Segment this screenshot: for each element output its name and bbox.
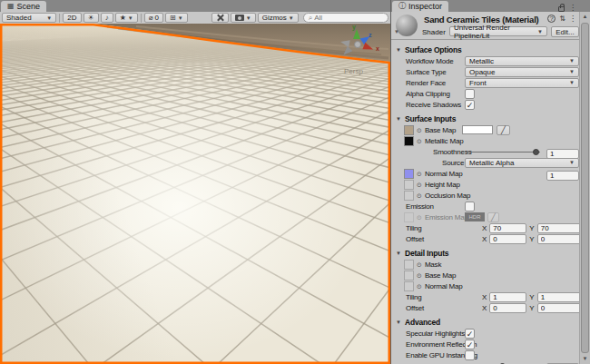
object-picker-icon[interactable]: ⊙ (417, 171, 422, 177)
material-header: Sand Ceramic Tiles (Material) ? ⇅ ⋮ ▼ Sh… (391, 12, 579, 40)
gizmo-x-axis[interactable] (362, 43, 374, 54)
detail-base-map-thumbnail[interactable] (404, 271, 414, 280)
render-face-value: Front (469, 79, 487, 87)
scene-search-field[interactable]: ⌕ (303, 13, 388, 23)
scroll-down-icon[interactable]: ▼ (580, 354, 590, 364)
height-map-thumbnail[interactable] (404, 180, 414, 190)
offset-label: Offset (406, 235, 424, 243)
grid-icon: ⊞ (170, 15, 176, 22)
source-value: Metallic Alpha (469, 159, 514, 167)
edit-shader-button[interactable]: Edit... (551, 26, 579, 37)
scene-effects-dropdown[interactable]: ★ ▼ (115, 13, 138, 23)
base-color-swatch[interactable] (462, 125, 493, 134)
grid-visibility-dropdown[interactable]: ⊞ ▼ (165, 13, 188, 23)
scene-viewport[interactable]: y z x Persp (0, 24, 390, 364)
shader-label: Shader (422, 28, 446, 36)
section-title: Surface Options (405, 45, 462, 54)
emission-checkbox[interactable] (465, 202, 475, 212)
normal-map-thumbnail[interactable] (404, 169, 414, 179)
offset-x-field[interactable] (489, 234, 526, 244)
scroll-up-icon[interactable]: ▲ (580, 12, 590, 22)
scrollbar-thumb[interactable] (581, 23, 589, 353)
gizmo-center-cube[interactable] (354, 41, 361, 48)
toolbar-separator (141, 14, 142, 23)
kebab-menu-icon[interactable]: ⋮ (569, 4, 576, 12)
object-picker-icon[interactable]: ⊙ (417, 261, 422, 268)
component-tools-button[interactable] (211, 13, 229, 23)
hidden-eye-icon: ⌀ (149, 15, 153, 22)
foldout-icon: ▼ (396, 47, 401, 53)
alpha-clipping-checkbox[interactable] (465, 89, 475, 99)
advanced-header[interactable]: ▼ Advanced (391, 317, 579, 328)
workflow-mode-dropdown[interactable]: Metallic ▼ (465, 56, 579, 66)
priority-row: Priority (391, 360, 579, 364)
surface-options-header[interactable]: ▼ Surface Options (391, 44, 579, 55)
alpha-clipping-label: Alpha Clipping (406, 90, 450, 98)
tab-inspector[interactable]: ⓘ Inspector (392, 1, 448, 12)
base-map-thumbnail[interactable] (404, 125, 414, 135)
scene-toolbar: Shaded ▼ 2D ☀ ♪ ★ ▼ ⌀ 0 ⊞ (0, 12, 390, 24)
tiling-x-field[interactable] (489, 223, 526, 233)
detail-normal-map-row: ⊙ Normal Map (391, 280, 579, 291)
section-surface-inputs: ▼ Surface Inputs ⊙ Base Map ╱ ⊙ Metallic… (391, 113, 579, 244)
scene-camera-dropdown[interactable]: ▼ (231, 13, 256, 23)
chevron-down-icon: ▼ (46, 15, 52, 21)
x-axis-label: X (482, 304, 487, 312)
toggle-2d-button[interactable]: 2D (63, 13, 81, 23)
priority-slider[interactable] (465, 361, 540, 364)
y-axis-label: Y (529, 235, 534, 243)
specular-highlights-checkbox[interactable]: ✓ (465, 329, 475, 339)
detail-base-map-row: ⊙ Base Map (391, 270, 579, 280)
detail-offset-x-field[interactable] (489, 303, 526, 313)
camera-projection-label[interactable]: Persp (344, 67, 363, 75)
environment-reflection-checkbox[interactable]: ✓ (465, 339, 475, 349)
surface-inputs-header[interactable]: ▼ Surface Inputs (391, 113, 579, 124)
scene-audio-toggle[interactable]: ♪ (101, 13, 113, 23)
eyedropper-icon[interactable]: ╱ (497, 125, 510, 135)
help-icon[interactable]: ? (547, 15, 556, 23)
gizmos-dropdown[interactable]: Gizmos ▼ (258, 13, 299, 23)
render-face-row: Render Face Front ▼ (391, 77, 579, 88)
scene-lighting-toggle[interactable]: ☀ (84, 13, 99, 23)
object-picker-icon[interactable]: ⊙ (417, 283, 422, 290)
preview-foldout-icon[interactable]: ▼ (394, 29, 399, 34)
occlusion-map-thumbnail[interactable] (404, 191, 414, 201)
object-picker-icon[interactable]: ⊙ (417, 138, 422, 144)
shader-dropdown[interactable]: Universal Render Pipeline/Lit ▼ (449, 26, 547, 36)
receive-shadows-checkbox[interactable]: ✓ (465, 100, 475, 110)
gizmo-y-axis[interactable] (353, 29, 360, 39)
alpha-clipping-row: Alpha Clipping (391, 88, 579, 99)
object-picker-icon[interactable]: ⊙ (417, 192, 422, 199)
base-map-row: ⊙ Base Map ╱ (391, 124, 579, 135)
search-input[interactable] (314, 14, 378, 22)
scene-tab-label: Scene (17, 2, 41, 11)
tools-icon (216, 14, 224, 22)
object-picker-icon[interactable]: ⊙ (417, 182, 422, 188)
gizmo-axis-negative[interactable] (341, 46, 353, 58)
kebab-menu-icon[interactable]: ⋮ (569, 15, 576, 23)
gpu-instancing-checkbox[interactable] (465, 350, 475, 360)
mask-thumbnail[interactable] (404, 260, 414, 270)
gizmo-axis-negative[interactable] (339, 38, 349, 47)
object-picker-icon[interactable]: ⊙ (417, 272, 422, 279)
foldout-icon: ▼ (396, 320, 401, 325)
inspector-body: ▼ Surface Options Workflow Mode Metallic… (391, 41, 579, 364)
inspector-scrollbar[interactable]: ▲ ▼ (579, 12, 590, 364)
scene-visibility-toggle[interactable]: ⌀ 0 (144, 13, 163, 23)
render-face-dropdown[interactable]: Front ▼ (465, 78, 579, 88)
chevron-down-icon: ▼ (537, 29, 543, 34)
metallic-map-thumbnail[interactable] (404, 136, 414, 146)
y-axis-label: Y (529, 224, 534, 232)
specular-highlights-label: Specular Highlights (406, 330, 465, 338)
detail-normal-map-thumbnail[interactable] (404, 281, 414, 291)
tab-scene[interactable]: ▦ Scene (1, 1, 46, 12)
detail-tiling-x-field[interactable] (489, 292, 526, 302)
slider-thumb[interactable] (533, 149, 539, 155)
presets-icon[interactable]: ⇅ (559, 15, 565, 23)
smoothness-slider[interactable] (465, 147, 540, 157)
eyedropper-icon: ╱ (487, 212, 499, 222)
object-picker-icon[interactable]: ⊙ (417, 127, 422, 133)
detail-inputs-header[interactable]: ▼ Detail Inputs (391, 248, 579, 259)
shading-mode-dropdown[interactable]: Shaded ▼ (2, 13, 56, 23)
surface-type-dropdown[interactable]: Opaque ▼ (465, 67, 579, 77)
